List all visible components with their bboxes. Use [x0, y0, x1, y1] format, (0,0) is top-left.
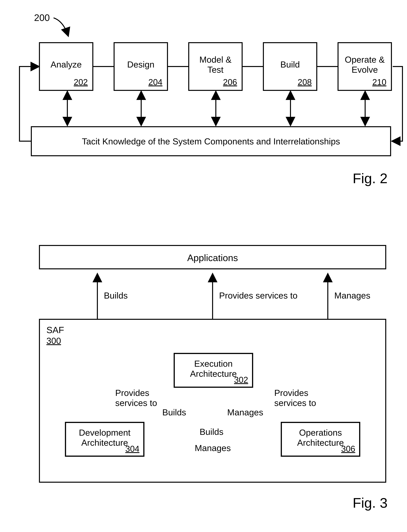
box-exec-arch-ref: 302: [234, 375, 248, 385]
edge-exec-ops-provides-l1: Provides: [274, 388, 308, 398]
box-exec-arch: Execution Architecture 302: [174, 353, 253, 388]
box-dev-arch-ref: 304: [125, 444, 139, 454]
edge-exec-dev-provides-l2: services to: [115, 398, 157, 408]
edge-ops-dev-manages: Manages: [195, 443, 231, 453]
box-design-label: Design: [115, 59, 167, 69]
box-design: Design 204: [114, 42, 168, 91]
box-applications-label: Applications: [40, 253, 385, 263]
box-build-ref: 208: [298, 77, 312, 87]
box-analyze-ref: 202: [74, 77, 88, 87]
edge-exec-ops-provides-l2: services to: [274, 398, 316, 408]
box-ops-arch: Operations Architecture 306: [281, 422, 360, 457]
edge-exec-dev-provides: Provides services to: [115, 388, 157, 408]
box-saf: SAF 300: [39, 319, 386, 483]
box-applications: Applications: [39, 245, 386, 269]
edge-exec-ops-provides: Provides services to: [274, 388, 316, 408]
edge-dev-ops-builds: Builds: [200, 427, 223, 437]
box-tacit-knowledge-label: Tacit Knowledge of the System Components…: [32, 136, 390, 146]
box-build-label: Build: [264, 59, 316, 69]
box-tacit-knowledge: Tacit Knowledge of the System Components…: [31, 126, 391, 156]
edge-provides-up: Provides services to: [219, 290, 297, 301]
box-model-test-label: Model & Test: [189, 54, 242, 75]
fig2-caption: Fig. 2: [353, 170, 388, 186]
box-operate-evolve-label: Operate & Evolve: [338, 54, 391, 75]
edge-exec-dev-provides-l1: Provides: [115, 388, 149, 398]
box-build: Build 208: [263, 42, 317, 91]
saf-title: SAF: [47, 325, 64, 335]
box-dev-arch: Development Architecture 304: [65, 422, 144, 457]
edge-builds-up: Builds: [104, 290, 128, 301]
box-ops-arch-ref: 306: [341, 444, 355, 454]
box-operate-evolve-ref: 210: [372, 77, 386, 87]
box-analyze: Analyze 202: [39, 42, 93, 91]
fig3-caption: Fig. 3: [353, 495, 388, 511]
box-design-ref: 204: [148, 77, 163, 87]
edge-manages-up: Manages: [334, 290, 370, 301]
box-model-test-ref: 206: [223, 77, 237, 87]
fig2-ref: 200: [34, 12, 50, 23]
box-model-test: Model & Test 206: [188, 42, 243, 91]
box-operate-evolve: Operate & Evolve 210: [337, 42, 392, 91]
box-analyze-label: Analyze: [40, 59, 92, 69]
edge-dev-exec-builds: Builds: [162, 407, 186, 417]
saf-ref: 300: [47, 336, 61, 346]
edge-ops-exec-manages: Manages: [227, 407, 263, 417]
